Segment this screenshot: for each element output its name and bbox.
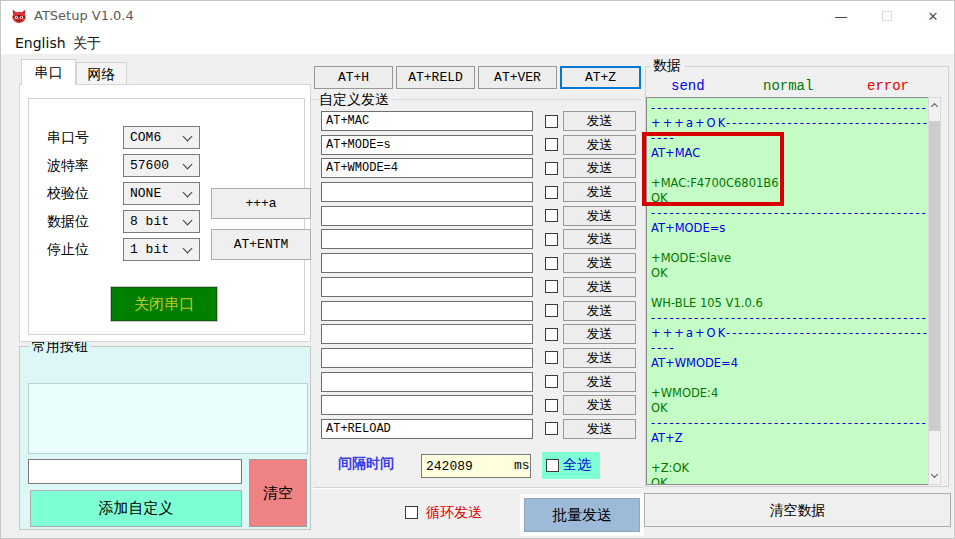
log-line: +MODE:Slave: [651, 251, 929, 266]
custom-command-row: 发送: [321, 419, 641, 439]
loop-send-checkbox[interactable]: [405, 506, 418, 519]
row-send-button[interactable]: 发送: [563, 253, 636, 273]
maximize-button[interactable]: [864, 1, 910, 31]
row-checkbox[interactable]: [545, 115, 558, 128]
add-custom-button[interactable]: 添加自定义: [30, 490, 242, 527]
custom-command-input[interactable]: [321, 253, 533, 273]
row-send-button[interactable]: 发送: [563, 206, 636, 226]
custom-command-input[interactable]: [321, 111, 533, 131]
scroll-down-icon[interactable]: [929, 468, 940, 484]
chevron-down-icon: [183, 244, 193, 254]
close-button[interactable]: ✕: [910, 1, 955, 31]
custom-command-input[interactable]: [321, 206, 533, 226]
log-line: WH-BLE 105 V1.0.6: [651, 296, 929, 311]
custom-command-row: 发送: [321, 324, 641, 344]
row-checkbox[interactable]: [545, 162, 558, 175]
custom-command-input[interactable]: [321, 229, 533, 249]
scroll-up-icon[interactable]: [929, 98, 940, 114]
quick-button-at-ver[interactable]: AT+VER: [478, 66, 557, 89]
menu-english[interactable]: English: [9, 33, 72, 53]
row-checkbox[interactable]: [545, 399, 558, 412]
atsetup-window: ATSetup V1.0.4 — ✕ English 关于 串口 网络 串口号 …: [0, 0, 955, 539]
log-line: OK: [651, 476, 929, 485]
plus-a-button[interactable]: +++a: [211, 188, 311, 219]
row-checkbox[interactable]: [545, 233, 558, 246]
row-checkbox[interactable]: [545, 186, 558, 199]
at-entm-button[interactable]: AT+ENTM: [211, 229, 311, 260]
scrollbar-thumb[interactable]: [929, 121, 940, 431]
row-send-button[interactable]: 发送: [563, 348, 636, 368]
log-scrollbar[interactable]: [928, 97, 941, 485]
com-port-label: 串口号: [47, 129, 89, 147]
row-send-button[interactable]: 发送: [563, 395, 636, 415]
clear-button[interactable]: 清空: [249, 459, 307, 527]
custom-command-input[interactable]: [321, 324, 533, 344]
com-port-select[interactable]: COM6: [123, 126, 200, 149]
quick-button-at-h[interactable]: AT+H: [314, 66, 393, 89]
common-buttons-group: 常用按钮 添加自定义 清空: [19, 346, 311, 530]
baud-rate-label: 波特率: [47, 157, 89, 175]
custom-command-input[interactable]: [321, 348, 533, 368]
custom-command-input[interactable]: [321, 395, 533, 415]
quick-button-at-z[interactable]: AT+Z: [560, 66, 641, 89]
custom-command-row: 发送: [321, 182, 641, 202]
row-send-button[interactable]: 发送: [563, 301, 636, 321]
row-checkbox[interactable]: [545, 138, 558, 151]
log-line: +Z:OK: [651, 461, 929, 476]
custom-command-rows: 发送发送发送发送发送发送发送发送发送发送发送发送发送发送: [321, 111, 641, 443]
row-send-button[interactable]: 发送: [563, 111, 636, 131]
custom-command-input[interactable]: [321, 158, 533, 178]
row-checkbox[interactable]: [545, 209, 558, 222]
log-line: ----------------------------------------…: [651, 311, 929, 326]
data-bits-select[interactable]: 8 bit: [123, 210, 200, 233]
row-send-button[interactable]: 发送: [563, 158, 636, 178]
clear-data-button[interactable]: 清空数据: [644, 493, 951, 527]
tab-serial[interactable]: 串口: [21, 59, 76, 85]
custom-command-input[interactable]: [321, 301, 533, 321]
row-send-button[interactable]: 发送: [563, 229, 636, 249]
row-send-button[interactable]: 发送: [563, 135, 636, 155]
tab-network[interactable]: 网络: [76, 62, 127, 85]
row-checkbox[interactable]: [545, 257, 558, 270]
select-all-checkbox[interactable]: [546, 459, 559, 472]
custom-command-row: 发送: [321, 229, 641, 249]
row-checkbox[interactable]: [545, 280, 558, 293]
interval-unit-label: ms: [514, 458, 530, 473]
row-send-button[interactable]: 发送: [563, 372, 636, 392]
custom-name-input[interactable]: [28, 459, 242, 484]
row-checkbox[interactable]: [545, 422, 558, 435]
chevron-down-icon: [183, 188, 193, 198]
menu-about[interactable]: 关于: [67, 33, 107, 53]
row-checkbox[interactable]: [545, 375, 558, 388]
log-line: +++a+OK---------------------------------…: [651, 116, 929, 131]
row-send-button[interactable]: 发送: [563, 182, 636, 202]
row-send-button[interactable]: 发送: [563, 277, 636, 297]
row-send-button[interactable]: 发送: [563, 419, 636, 439]
custom-send-title: 自定义发送: [319, 91, 393, 109]
parity-select[interactable]: NONE: [123, 182, 200, 205]
quick-command-row: AT+HAT+RELDAT+VERAT+Z: [314, 66, 641, 89]
row-checkbox[interactable]: [545, 328, 558, 341]
close-serial-button[interactable]: 关闭串口: [110, 286, 218, 322]
log-line: [651, 371, 929, 386]
custom-command-input[interactable]: [321, 372, 533, 392]
stop-bits-select[interactable]: 1 bit: [123, 238, 200, 261]
row-send-button[interactable]: 发送: [563, 324, 636, 344]
log-line: ----------------------------------------…: [651, 416, 929, 431]
custom-command-input[interactable]: [321, 135, 533, 155]
custom-command-row: 发送: [321, 348, 641, 368]
custom-command-input[interactable]: [321, 419, 533, 439]
custom-command-input[interactable]: [321, 182, 533, 202]
batch-send-button[interactable]: 批量发送: [524, 498, 640, 532]
custom-command-input[interactable]: [321, 277, 533, 297]
row-checkbox[interactable]: [545, 351, 558, 364]
row-checkbox[interactable]: [545, 304, 558, 317]
minimize-button[interactable]: —: [818, 1, 864, 31]
quick-button-at-reld[interactable]: AT+RELD: [396, 66, 475, 89]
menu-bar: English 关于: [1, 31, 955, 54]
highlight-annotation: [642, 132, 784, 206]
log-line: AT+MODE=s: [651, 221, 929, 236]
baud-rate-select[interactable]: 57600: [123, 154, 200, 177]
custom-command-row: 发送: [321, 277, 641, 297]
common-buttons-list[interactable]: [28, 383, 308, 454]
